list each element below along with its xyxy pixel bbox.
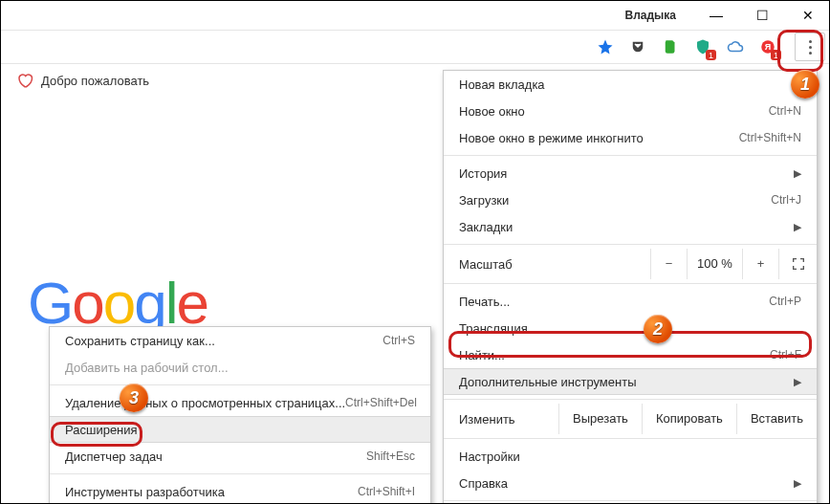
menu-history[interactable]: История▶ [444,160,817,186]
separator [50,384,430,385]
submenu-add-to-desktop: Добавить на рабочий стол... [50,354,430,381]
submenu-task-manager[interactable]: Диспетчер задачShift+Esc [50,443,430,470]
menu-downloads[interactable]: ЗагрузкиCtrl+J [444,186,817,213]
submenu-extensions[interactable]: Расширения [50,416,430,443]
menu-new-tab[interactable]: Новая вкладка [444,71,817,98]
edit-paste[interactable]: Вставить [736,404,817,434]
more-tools-submenu: Сохранить страницу как...Ctrl+S Добавить… [49,326,431,504]
welcome-label: Добро пожаловать [41,74,149,88]
window-maximize[interactable]: ☐ [751,8,774,23]
submenu-clear-data[interactable]: Удаление данных о просмотренных страница… [50,389,430,416]
submenu-save-as[interactable]: Сохранить страницу как...Ctrl+S [50,327,430,354]
window-user: Владыка [624,9,676,22]
menu-find[interactable]: Найти...Ctrl+F [444,341,817,368]
edit-cut[interactable]: Вырезать [558,404,642,434]
fullscreen-button[interactable] [778,249,817,279]
yandex-icon[interactable]: Я 1 [756,35,779,58]
menu-incognito[interactable]: Новое окно в режиме инкогнитоCtrl+Shift+… [444,124,817,151]
submenu-dev-tools[interactable]: Инструменты разработчикаCtrl+Shift+I [50,478,430,504]
zoom-value: 100 % [687,249,742,279]
cloud-icon[interactable] [724,35,747,58]
evernote-icon[interactable] [659,35,682,58]
separator [444,500,817,501]
edit-label: Изменить [459,412,558,427]
zoom-in-button[interactable]: + [742,249,778,279]
separator [444,155,817,156]
svg-text:Я: Я [765,42,771,52]
menu-edit-row: Изменить Вырезать Копировать Вставить [444,404,817,434]
menu-help[interactable]: Справка▶ [444,470,817,496]
window-minimize[interactable]: — [705,8,728,23]
separator [444,438,817,439]
pocket-icon[interactable] [626,35,649,58]
separator [444,399,817,400]
menu-more-tools[interactable]: Дополнительные инструменты▶ [444,368,817,395]
menu-new-window[interactable]: Новое окноCtrl+N [444,98,817,124]
zoom-out-button[interactable]: − [650,249,687,279]
star-icon[interactable] [594,35,617,58]
menu-zoom: Масштаб − 100 % + [444,249,817,279]
separator [444,283,817,284]
zoom-label: Масштаб [459,257,650,272]
menu-bookmarks[interactable]: Закладки▶ [444,213,817,240]
separator [50,473,430,474]
heart-icon [16,72,33,89]
menu-settings[interactable]: Настройки [444,443,817,470]
menu-print[interactable]: Печать...Ctrl+P [444,288,817,315]
shield-icon[interactable]: 1 [691,35,714,58]
toolbar: 1 Я 1 [1,30,829,64]
edit-copy[interactable]: Копировать [642,404,736,434]
menu-cast[interactable]: Трансляция... [444,315,817,341]
separator [444,244,817,245]
badge-count: 1 [706,50,716,60]
menu-button[interactable] [795,33,825,61]
titlebar: Владыка — ☐ ✕ [1,1,829,30]
badge-count: 1 [771,50,781,60]
window-close[interactable]: ✕ [797,8,819,23]
main-menu: Новая вкладка Новое окноCtrl+N Новое окн… [443,70,818,504]
